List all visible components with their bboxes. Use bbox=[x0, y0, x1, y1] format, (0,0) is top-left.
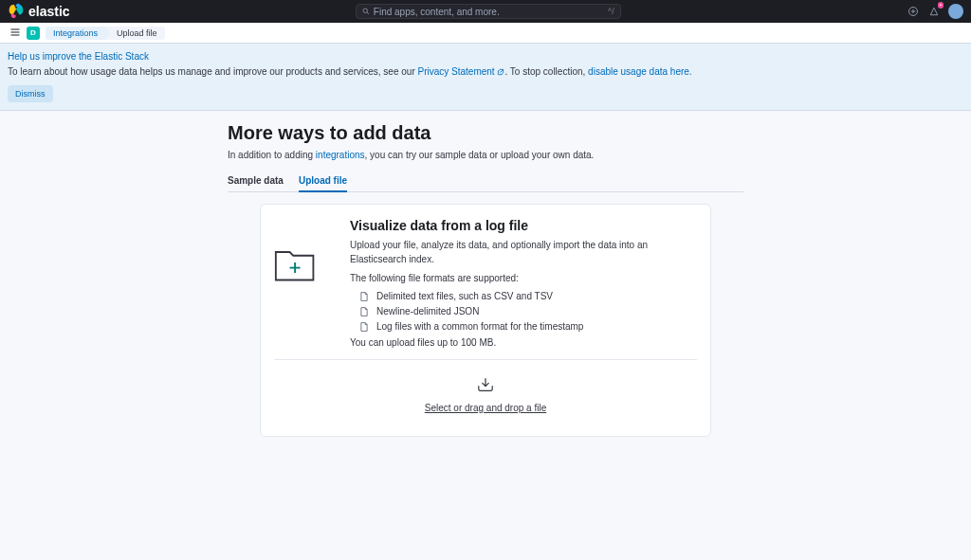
card-title: Visualize data from a log file bbox=[350, 218, 697, 233]
upload-card: Visualize data from a log file Upload yo… bbox=[260, 204, 711, 437]
list-item: Log files with a common format for the t… bbox=[359, 321, 697, 332]
setup-icon[interactable]: • bbox=[927, 5, 941, 18]
import-icon bbox=[476, 377, 495, 392]
formats-list: Delimited text files, such as CSV and TS… bbox=[350, 291, 697, 332]
logo[interactable]: elastic bbox=[8, 3, 70, 20]
document-icon bbox=[359, 322, 369, 332]
card-content: Visualize data from a log file Upload yo… bbox=[350, 218, 697, 348]
menu-toggle[interactable] bbox=[8, 24, 23, 43]
space-selector[interactable]: D bbox=[27, 27, 40, 40]
document-icon bbox=[359, 292, 369, 301]
search-wrap: Find apps, content, and more. ^/ bbox=[70, 4, 907, 19]
search-shortcut: ^/ bbox=[608, 7, 614, 16]
divider bbox=[274, 359, 697, 360]
formats-intro: The following file formats are supported… bbox=[350, 271, 697, 285]
document-icon bbox=[359, 307, 369, 316]
tab-upload-file[interactable]: Upload file bbox=[299, 175, 347, 191]
privacy-link[interactable]: Privacy Statement bbox=[418, 66, 505, 77]
tabs: Sample data Upload file bbox=[228, 175, 743, 192]
card-desc: Upload your file, analyze its data, and … bbox=[350, 238, 697, 266]
folder-add-icon bbox=[274, 244, 331, 348]
hamburger-icon bbox=[9, 27, 21, 38]
card-top: Visualize data from a log file Upload yo… bbox=[261, 218, 710, 359]
topbar: elastic Find apps, content, and more. ^/… bbox=[0, 0, 971, 23]
page-subtitle: In addition to adding integrations, you … bbox=[228, 150, 743, 160]
elastic-logo-icon bbox=[8, 3, 25, 20]
telemetry-banner: Help us improve the Elastic Stack To lea… bbox=[0, 44, 971, 111]
svg-point-0 bbox=[363, 9, 368, 13]
tab-sample-data[interactable]: Sample data bbox=[228, 175, 284, 191]
integrations-link[interactable]: integrations bbox=[316, 150, 365, 160]
crumb-integrations[interactable]: Integrations bbox=[46, 27, 105, 40]
search-icon bbox=[362, 8, 370, 15]
crumb-upload-file: Upload file bbox=[105, 27, 165, 40]
navbar: D Integrations Upload file bbox=[0, 23, 971, 44]
dismiss-button[interactable]: Dismiss bbox=[8, 85, 53, 102]
disable-link[interactable]: disable usage data here. bbox=[588, 66, 692, 77]
list-item: Delimited text files, such as CSV and TS… bbox=[359, 291, 697, 301]
breadcrumb: Integrations Upload file bbox=[46, 27, 165, 40]
badge: • bbox=[938, 2, 944, 9]
dropzone-text[interactable]: Select or drag and drop a file bbox=[261, 403, 710, 413]
topbar-right: • bbox=[907, 4, 963, 19]
search-placeholder: Find apps, content, and more. bbox=[374, 7, 604, 17]
banner-text: To learn about how usage data helps us m… bbox=[8, 64, 963, 80]
global-search[interactable]: Find apps, content, and more. ^/ bbox=[356, 4, 621, 19]
card-note: You can upload files up to 100 MB. bbox=[350, 337, 697, 348]
user-avatar[interactable] bbox=[948, 4, 963, 19]
svg-line-1 bbox=[367, 12, 369, 14]
main-content: More ways to add data In addition to add… bbox=[212, 122, 759, 437]
brand-name: elastic bbox=[28, 4, 70, 19]
list-item: Newline-delimited JSON bbox=[359, 306, 697, 316]
news-icon[interactable] bbox=[907, 5, 920, 18]
page-title: More ways to add data bbox=[228, 122, 743, 144]
banner-title[interactable]: Help us improve the Elastic Stack bbox=[8, 51, 963, 62]
file-dropzone[interactable]: Select or drag and drop a file bbox=[261, 377, 710, 413]
